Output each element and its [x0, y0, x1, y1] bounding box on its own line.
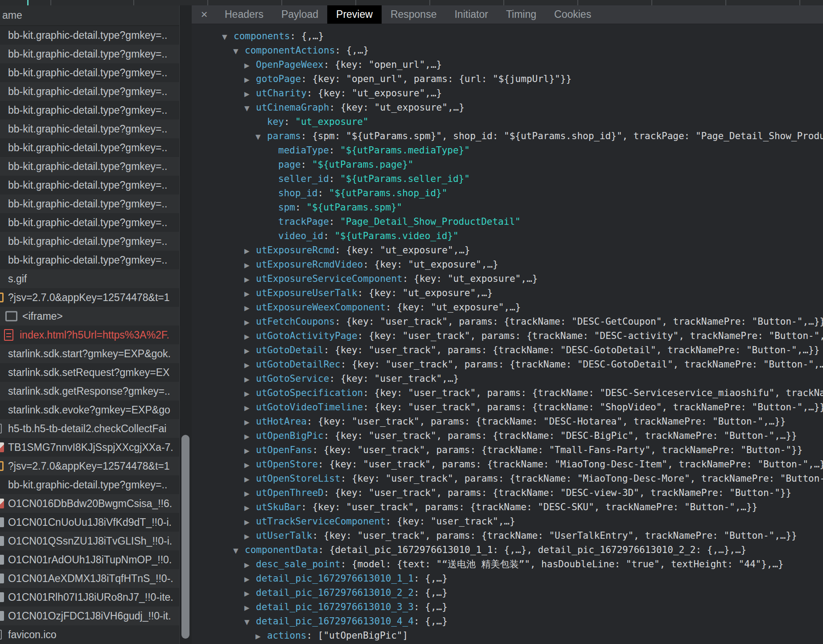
tab-payload[interactable]: Payload [272, 5, 327, 24]
request-row[interactable]: ?jsv=2.7.0&appKey=12574478&t=1 [0, 288, 179, 307]
close-icon[interactable]: × [199, 5, 210, 24]
tree-line[interactable]: ▶utGotoDetail: {key: "user_track", param… [192, 343, 823, 357]
tree-line[interactable]: ▶utOpenStoreList: {key: "user_track", pa… [192, 471, 823, 486]
request-row[interactable]: bb-kit.graphic-detail.type?gmkey=.. [0, 213, 179, 232]
tree-line[interactable]: ▶detail_pic_1672976613010_3_3: {,…} [192, 600, 823, 614]
tab-initiator[interactable]: Initiator [445, 5, 497, 24]
tree-line[interactable]: ▶utOpenBigPic: {key: "user_track", param… [192, 429, 823, 443]
chevron-right-icon[interactable]: ▶ [244, 58, 256, 72]
tree-line[interactable]: mediaType: "${utParams.mediaType}" [192, 143, 823, 157]
tree-line[interactable]: ▼componentActions: {,…} [192, 43, 823, 58]
tree-line[interactable]: ▶utOpenStore: {key: "user_track", params… [192, 457, 823, 471]
tree-line[interactable]: video_id: "${utParams.video_id}" [192, 229, 823, 243]
chevron-right-icon[interactable]: ▶ [244, 429, 256, 443]
chevron-down-icon[interactable]: ▼ [244, 101, 256, 115]
tree-line[interactable]: ▶utExposureWeexComponent: {key: "ut_expo… [192, 300, 823, 314]
tree-line[interactable]: ▶utExposureServiceComponent: {key: "ut_e… [192, 272, 823, 286]
request-row[interactable]: bb-kit.graphic-detail.type?gmkey=.. [0, 138, 179, 157]
chevron-right-icon[interactable]: ▶ [244, 472, 256, 486]
sidebar-scrollbar-thumb[interactable] [181, 435, 189, 639]
tab-cookies[interactable]: Cookies [545, 5, 600, 24]
tree-line[interactable]: ▶utExposureRcmdVideo: {key: "ut_exposure… [192, 257, 823, 272]
request-row[interactable]: bb-kit.graphic-detail.type?gmkey=.. [0, 26, 179, 45]
request-row[interactable]: bb-kit.graphic-detail.type?gmkey=.. [0, 251, 179, 269]
tree-line[interactable]: ▶utTrackServiceComponent: {key: "user_tr… [192, 514, 823, 528]
tree-line[interactable]: ▼utCinemaGraph: {key: "ut_exposure",…} [192, 100, 823, 115]
request-row[interactable]: index.html?h5Url=https%3A%2F. [0, 326, 179, 344]
sidebar-scrollbar-track[interactable] [179, 5, 193, 644]
chevron-right-icon[interactable]: ▶ [244, 572, 256, 586]
tree-line[interactable]: ▶detail_pic_1672976613010_2_2: {,…} [192, 586, 823, 600]
tree-line[interactable]: ▶utOpenFans: {key: "user_track", params:… [192, 443, 823, 457]
request-row[interactable]: starlink.sdk.evoke?gmkey=EXP&go [0, 400, 179, 419]
tab-timing[interactable]: Timing [497, 5, 545, 24]
tree-line[interactable]: ▶detail_pic_1672976613010_1_1: {,…} [192, 571, 823, 586]
tree-line[interactable]: ▶utExposureRcmd: {key: "ut_exposure",…} [192, 243, 823, 257]
tree-line[interactable]: ▶utExposureUserTalk: {key: "ut_exposure"… [192, 286, 823, 300]
chevron-right-icon[interactable]: ▶ [244, 344, 256, 357]
chevron-right-icon[interactable]: ▶ [244, 501, 256, 514]
tree-line[interactable]: ▼detail_pic_1672976613010_4_4: {,…} [192, 614, 823, 628]
name-column-header[interactable]: ame [0, 5, 179, 26]
request-row[interactable]: <iframe> [0, 307, 179, 326]
tree-line[interactable]: ▶OpenPageWeex: {key: "open_url",…} [192, 58, 823, 72]
tree-line[interactable]: ▼componentData: {detail_pic_167297661301… [192, 543, 823, 557]
request-row[interactable]: O1CN016DbBdw20BwgmCsisa_!!6. [0, 494, 179, 513]
request-row[interactable]: bb-kit.graphic-detail.type?gmkey=.. [0, 475, 179, 494]
tab-headers[interactable]: Headers [216, 5, 272, 24]
request-row[interactable]: starlink.sdk.setRequest?gmkey=EX [0, 363, 179, 382]
tree-line[interactable]: ▶gotoPage: {key: "open_url", params: {ur… [192, 72, 823, 86]
request-row[interactable]: bb-kit.graphic-detail.type?gmkey=.. [0, 82, 179, 101]
tree-line[interactable]: ▶utGotoDetailRec: {key: "user_track", pa… [192, 357, 823, 372]
chevron-right-icon[interactable]: ▶ [244, 272, 256, 286]
tree-line[interactable]: ▶utHotArea: {key: "user_track", params: … [192, 414, 823, 429]
chevron-right-icon[interactable]: ▶ [244, 458, 256, 471]
tree-line[interactable]: ▶utFetchCoupons: {key: "user_track", par… [192, 314, 823, 329]
chevron-right-icon[interactable]: ▶ [244, 415, 256, 429]
chevron-down-icon[interactable]: ▼ [233, 544, 245, 557]
tree-line[interactable]: seller_id: "${utParams.seller_id}" [192, 172, 823, 186]
request-row[interactable]: O1CN01CnUoUu1J8iVfKd9dT_!!0-i. [0, 513, 179, 532]
request-row[interactable]: bb-kit.graphic-detail.type?gmkey=.. [0, 232, 179, 251]
chevron-right-icon[interactable]: ▶ [244, 301, 256, 314]
request-row[interactable]: TB1SMG7nnvI8KJjSspjXXcgjXXa-7. [0, 438, 179, 457]
tree-line[interactable]: trackPage: "Page_Detail_Show_ProductDeta… [192, 215, 823, 229]
chevron-right-icon[interactable]: ▶ [244, 401, 256, 414]
request-row[interactable]: s.gif [0, 269, 179, 288]
chevron-right-icon[interactable]: ▶ [244, 372, 256, 386]
request-row[interactable]: O1CN01QSsnZU1J8iTvGLISh_!!0-i. [0, 532, 179, 550]
request-row[interactable]: O1CN01rAdOUh1J8iTupNmOP_!!0. [0, 550, 179, 569]
chevron-right-icon[interactable]: ▶ [255, 629, 267, 643]
request-row[interactable]: bb-kit.graphic-detail.type?gmkey=.. [0, 157, 179, 176]
request-row[interactable]: bb-kit.graphic-detail.type?gmkey=.. [0, 194, 179, 213]
tree-line[interactable]: ▶utCharity: {key: "ut_exposure",…} [192, 86, 823, 100]
request-row[interactable]: bb-kit.graphic-detail.type?gmkey=.. [0, 63, 179, 82]
tree-line[interactable]: ▶desc_sale_point: {model: {text: "“送电池 精… [192, 557, 823, 571]
chevron-right-icon[interactable]: ▶ [244, 444, 256, 457]
chevron-right-icon[interactable]: ▶ [244, 529, 256, 543]
tree-line[interactable]: ▶utOpenThreeD: {key: "user_track", param… [192, 486, 823, 500]
request-row[interactable]: O1CN01Rlh07I1J8iURo8nJ7_!!0-ite. [0, 588, 179, 607]
chevron-right-icon[interactable]: ▶ [244, 73, 256, 86]
tree-line[interactable]: shop_id: "${utParams.shop_id}" [192, 186, 823, 200]
tree-line[interactable]: ▶utGotoVideoTimeline: {key: "user_track"… [192, 400, 823, 414]
chevron-right-icon[interactable]: ▶ [244, 558, 256, 571]
request-row[interactable]: ?jsv=2.7.0&appKey=12574478&t=1 [0, 457, 179, 475]
tree-line[interactable]: ▶utUserTalk: {key: "user_track", params:… [192, 528, 823, 543]
chevron-right-icon[interactable]: ▶ [244, 601, 256, 614]
tree-line[interactable]: ▶actions: ["utOpenBigPic"] [192, 628, 823, 643]
chevron-right-icon[interactable]: ▶ [244, 87, 256, 100]
chevron-down-icon[interactable]: ▼ [233, 44, 245, 58]
request-row[interactable]: O1CN01AeXDMX1J8iTqfHTnS_!!0-. [0, 569, 179, 588]
chevron-down-icon[interactable]: ▼ [244, 615, 256, 628]
chevron-down-icon[interactable]: ▼ [255, 130, 267, 143]
chevron-right-icon[interactable]: ▶ [244, 244, 256, 257]
request-row[interactable]: starlink.sdk.start?gmkey=EXP&gok. [0, 344, 179, 363]
request-row[interactable]: bb-kit.graphic-detail.type?gmkey=.. [0, 176, 179, 194]
chevron-right-icon[interactable]: ▶ [244, 586, 256, 600]
chevron-right-icon[interactable]: ▶ [244, 287, 256, 300]
chevron-right-icon[interactable]: ▶ [244, 387, 256, 400]
tree-line[interactable]: ▼components: {,…} [192, 29, 823, 43]
tab-response[interactable]: Response [382, 5, 446, 24]
chevron-right-icon[interactable]: ▶ [244, 487, 256, 500]
